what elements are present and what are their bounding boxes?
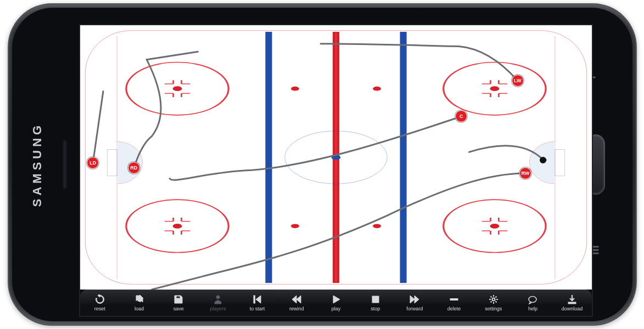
player-token-c[interactable]: C (455, 110, 467, 122)
toolbar-label: load (135, 306, 144, 311)
svg-point-18 (173, 86, 182, 91)
delete-button[interactable]: delete (434, 290, 474, 316)
toolbar-label: rewind (289, 306, 304, 311)
help-button[interactable]: help (513, 290, 553, 316)
svg-point-25 (373, 224, 381, 228)
svg-rect-8 (265, 32, 272, 283)
settings-button[interactable]: settings (474, 290, 513, 316)
toolbar-label: stop (371, 306, 380, 311)
tostart-button[interactable]: to start (238, 290, 277, 316)
puck[interactable] (540, 157, 546, 163)
toolbar-label: save (173, 306, 184, 311)
toolbar-label: play (332, 306, 341, 311)
svg-point-19 (173, 224, 182, 229)
svg-point-23 (373, 87, 381, 91)
svg-point-24 (291, 224, 299, 228)
rewind-icon (292, 294, 301, 304)
load-icon (135, 294, 144, 304)
player-token-lw[interactable]: LW (512, 75, 524, 87)
svg-point-22 (291, 87, 299, 91)
player-token-rw[interactable]: RW (519, 167, 531, 179)
download-icon (567, 294, 577, 304)
player-label: LD (89, 160, 96, 166)
rink-svg (80, 25, 592, 290)
reset-button[interactable]: reset (80, 290, 120, 316)
player-label: RD (130, 165, 137, 171)
stop-icon (371, 294, 380, 304)
delete-icon (449, 294, 459, 304)
svg-rect-9 (400, 32, 407, 283)
toolbar: resetloadsaveplayersto startrewindplayst… (80, 290, 592, 316)
toolbar-label: settings (485, 306, 502, 311)
player-token-rd[interactable]: RD (128, 162, 140, 174)
toolbar-label: to start (250, 306, 265, 311)
app-screen: LDRDLWCRW resetloadsaveplayersto startre… (79, 24, 593, 317)
rewind-button[interactable]: rewind (277, 290, 316, 316)
phone-frame: SAMSUNG (8, 3, 637, 326)
phone-speaker (63, 140, 67, 189)
settings-icon (489, 294, 499, 304)
players-button[interactable]: players (198, 290, 238, 316)
stop-button[interactable]: stop (356, 290, 395, 316)
player-label: C (460, 114, 463, 119)
save-button[interactable]: save (159, 290, 198, 316)
player-token-ld[interactable]: LD (87, 157, 99, 169)
svg-point-20 (490, 86, 500, 91)
forward-button[interactable]: forward (395, 290, 435, 316)
help-icon (528, 294, 537, 304)
forward-icon (410, 294, 419, 304)
play-icon (331, 294, 341, 304)
toolbar-label: forward (406, 306, 423, 311)
reset-icon (95, 294, 105, 304)
rink-canvas[interactable]: LDRDLWCRW (80, 25, 592, 290)
tostart-icon (253, 294, 262, 304)
play-button[interactable]: play (316, 290, 356, 316)
toolbar-label: reset (94, 306, 105, 311)
save-icon (173, 294, 183, 304)
device-brand: SAMSUNG (30, 122, 44, 207)
toolbar-label: download (562, 306, 583, 311)
player-label: LW (514, 78, 522, 83)
toolbar-label: help (528, 306, 537, 311)
players-icon (213, 294, 223, 304)
toolbar-label: delete (447, 306, 461, 311)
toolbar-label: players (210, 306, 226, 311)
svg-point-21 (490, 224, 500, 229)
player-label: RW (521, 171, 529, 176)
load-button[interactable]: load (120, 290, 159, 316)
phone-inner: SAMSUNG (12, 8, 632, 321)
download-button[interactable]: download (552, 290, 592, 316)
